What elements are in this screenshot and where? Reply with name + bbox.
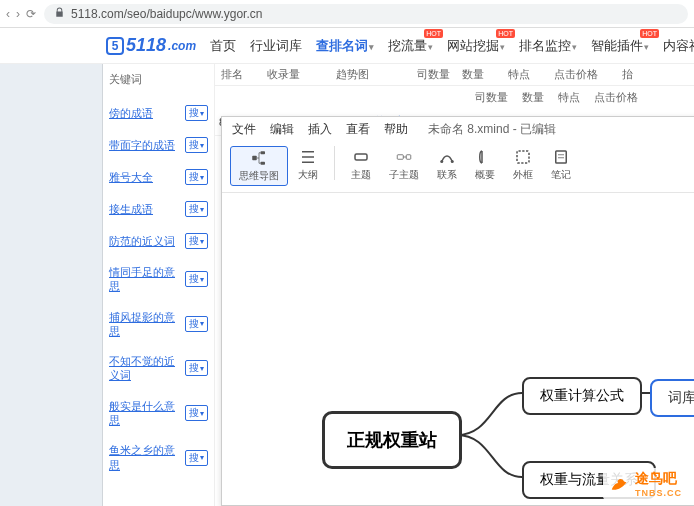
- sidebar-header: 关键词: [103, 68, 214, 97]
- chevron-down-icon: ▾: [200, 364, 204, 373]
- stats-cell: 数量: [522, 90, 544, 105]
- menu-插入[interactable]: 插入: [308, 121, 332, 138]
- keyword-link[interactable]: 般实是什么意思: [109, 399, 181, 428]
- menu-编辑[interactable]: 编辑: [270, 121, 294, 138]
- xmind-canvas[interactable]: 正规权重站 权重计算公式 权重与流量关系 词库数量*比: [222, 193, 694, 505]
- nav-item-6[interactable]: 智能插件▾HOT: [585, 33, 655, 59]
- keyword-link[interactable]: 接生成语: [109, 202, 181, 216]
- tool-subtopic[interactable]: 子主题: [381, 146, 427, 184]
- left-gutter: [0, 64, 103, 506]
- chevron-down-icon: ▾: [200, 275, 204, 284]
- search-tag[interactable]: 搜▾: [185, 105, 208, 121]
- keyword-row: 雅号大全搜▾: [103, 161, 214, 193]
- content-area: 关键词 傍的成语搜▾带面字的成语搜▾雅号大全搜▾接生成语搜▾防范的近义词搜▾情同…: [0, 64, 694, 506]
- svg-rect-9: [556, 151, 567, 163]
- keyword-link[interactable]: 情同手足的意思: [109, 265, 181, 294]
- site-logo[interactable]: 5 5118.com: [106, 35, 196, 56]
- stats-cell: 特点: [502, 67, 536, 82]
- search-tag[interactable]: 搜▾: [185, 450, 208, 466]
- tool-mindmap[interactable]: 思维导图: [230, 146, 288, 186]
- search-tag[interactable]: 搜▾: [185, 271, 208, 287]
- node-center[interactable]: 正规权重站: [322, 411, 462, 469]
- chevron-down-icon: ▾: [428, 42, 433, 52]
- browser-address-bar: ‹ › ⟳ 5118.com/seo/baidupc/www.ygor.cn: [0, 0, 694, 28]
- node-r1[interactable]: 权重计算公式: [522, 377, 642, 415]
- subtopic-icon: [395, 148, 413, 166]
- keyword-link[interactable]: 捕风捉影的意思: [109, 310, 181, 339]
- chevron-down-icon: ▾: [200, 237, 204, 246]
- search-tag[interactable]: 搜▾: [185, 360, 208, 376]
- browser-nav-buttons: ‹ › ⟳: [6, 7, 36, 21]
- stats-cell: 点击价格: [548, 67, 604, 82]
- site-header: 5 5118.com 首页行业词库查排名词▾挖流量▾HOT网站挖掘▾HOT排名监…: [0, 28, 694, 64]
- stats-cell: 点击价格: [594, 90, 638, 105]
- search-tag[interactable]: 搜▾: [185, 405, 208, 421]
- search-tag[interactable]: 搜▾: [185, 201, 208, 217]
- stats-cell: 数量: [456, 67, 490, 82]
- svg-point-7: [451, 160, 454, 163]
- keyword-row: 情同手足的意思搜▾: [103, 257, 214, 302]
- svg-rect-5: [406, 155, 411, 160]
- mindmap-icon: [250, 149, 268, 167]
- svg-rect-2: [261, 162, 266, 165]
- note-icon: [552, 148, 570, 166]
- nav-item-0[interactable]: 首页: [204, 33, 242, 59]
- menu-直看[interactable]: 直看: [346, 121, 370, 138]
- tool-summary[interactable]: 概要: [467, 146, 503, 184]
- nav-item-2[interactable]: 查排名词▾: [310, 33, 380, 59]
- tool-outline[interactable]: 大纲: [290, 146, 326, 184]
- url-box[interactable]: 5118.com/seo/baidupc/www.ygor.cn: [44, 4, 688, 24]
- topic-icon: [352, 148, 370, 166]
- keyword-link[interactable]: 不知不觉的近义词: [109, 354, 181, 383]
- nav-item-3[interactable]: 挖流量▾HOT: [382, 33, 439, 59]
- watermark: 途鸟吧 TNBS.CC: [603, 468, 688, 500]
- chevron-down-icon: ▾: [200, 205, 204, 214]
- svg-point-6: [440, 160, 443, 163]
- svg-rect-3: [355, 154, 367, 160]
- tool-boundary[interactable]: 外框: [505, 146, 541, 184]
- bird-icon: [609, 473, 631, 495]
- boundary-icon: [514, 148, 532, 166]
- stats-cell: 司数量: [475, 90, 508, 105]
- stats-cell: 排名: [215, 67, 249, 82]
- reload-icon[interactable]: ⟳: [26, 7, 36, 21]
- keyword-link[interactable]: 鱼米之乡的意思: [109, 443, 181, 472]
- stats-header-row-2: 司数量数量特点点击价格: [215, 86, 694, 108]
- menu-帮助[interactable]: 帮助: [384, 121, 408, 138]
- search-tag[interactable]: 搜▾: [185, 137, 208, 153]
- forward-icon[interactable]: ›: [16, 7, 20, 21]
- tool-relation[interactable]: 联系: [429, 146, 465, 184]
- keyword-row: 防范的近义词搜▾: [103, 225, 214, 257]
- node-r3[interactable]: 词库数量*比: [650, 379, 694, 417]
- nav-item-1[interactable]: 行业词库: [244, 33, 308, 59]
- xmind-window: 文件编辑插入直看帮助未命名 8.xmind - 已编辑 思维导图大纲主题子主题联…: [221, 116, 694, 506]
- keyword-row: 接生成语搜▾: [103, 193, 214, 225]
- chevron-down-icon: ▾: [200, 173, 204, 182]
- nav-item-4[interactable]: 网站挖掘▾HOT: [441, 33, 511, 59]
- nav-item-7[interactable]: 内容神器▾: [657, 33, 694, 59]
- chevron-down-icon: ▾: [200, 453, 204, 462]
- keyword-row: 不知不觉的近义词搜▾: [103, 346, 214, 391]
- keyword-link[interactable]: 带面字的成语: [109, 138, 181, 152]
- stats-cell: 收录量: [261, 67, 306, 82]
- chevron-down-icon: ▾: [644, 42, 649, 52]
- search-tag[interactable]: 搜▾: [185, 233, 208, 249]
- menu-文件[interactable]: 文件: [232, 121, 256, 138]
- back-icon[interactable]: ‹: [6, 7, 10, 21]
- chevron-down-icon: ▾: [500, 42, 505, 52]
- tool-note[interactable]: 笔记: [543, 146, 579, 184]
- chevron-down-icon: ▾: [200, 319, 204, 328]
- keyword-link[interactable]: 雅号大全: [109, 170, 181, 184]
- keyword-link[interactable]: 防范的近义词: [109, 234, 181, 248]
- tool-topic[interactable]: 主题: [343, 146, 379, 184]
- relation-icon: [438, 148, 456, 166]
- search-tag[interactable]: 搜▾: [185, 169, 208, 185]
- nav-item-5[interactable]: 排名监控▾: [513, 33, 583, 59]
- xmind-doc-title: 未命名 8.xmind - 已编辑: [428, 121, 556, 138]
- search-tag[interactable]: 搜▾: [185, 316, 208, 332]
- keyword-sidebar: 关键词 傍的成语搜▾带面字的成语搜▾雅号大全搜▾接生成语搜▾防范的近义词搜▾情同…: [103, 64, 215, 506]
- chevron-down-icon: ▾: [572, 42, 577, 52]
- keyword-link[interactable]: 傍的成语: [109, 106, 181, 120]
- xmind-menubar: 文件编辑插入直看帮助未命名 8.xmind - 已编辑: [222, 117, 694, 142]
- main-panel: 排名收录量趋势图司数量数量特点点击价格抬 司数量数量特点点击价格 80 ↓4 9…: [215, 64, 694, 506]
